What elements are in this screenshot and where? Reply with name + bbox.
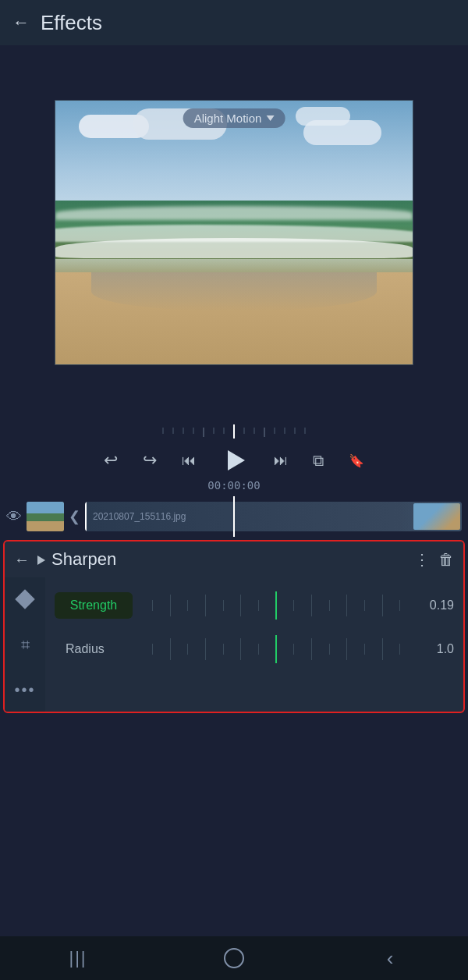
beach-scene xyxy=(55,101,413,364)
strength-slider-playhead xyxy=(275,591,277,620)
strength-label-button[interactable]: Strength xyxy=(55,592,133,619)
ruler-mark xyxy=(183,428,184,434)
preview-area: Alight Motion xyxy=(0,45,468,420)
video-preview: Alight Motion xyxy=(55,100,413,365)
radius-value: 1.0 xyxy=(417,642,454,656)
track-playhead xyxy=(85,502,87,531)
ruler-mark xyxy=(163,428,164,434)
radius-label: Radius xyxy=(55,636,133,662)
skip-end-icon: ⏭ xyxy=(274,453,288,469)
wave-3 xyxy=(55,238,413,258)
radius-slider-row: Radius xyxy=(45,627,463,671)
track-area-wrapper: 👁 ❮ 20210807_155116.jpg xyxy=(0,496,468,537)
transport-bar: ↩ ↪ ⏮ ⏭ ⧉ 🔖 00:00:00 xyxy=(0,420,468,496)
header: ← Effects xyxy=(0,0,468,45)
crop-button[interactable]: ⌗ xyxy=(11,630,39,659)
more-options-button[interactable]: ••• xyxy=(11,676,39,704)
track-scroll-left-button[interactable]: ❮ xyxy=(69,508,80,525)
track-clip-thumbnail xyxy=(399,502,462,531)
nav-back-icon: ‹ xyxy=(387,946,394,971)
effects-panel: ← Sharpen ⋮ 🗑 ⌗ ••• xyxy=(3,540,465,713)
panel-title-row: Sharpen xyxy=(37,549,406,570)
ruler-mark xyxy=(214,428,214,434)
nav-menu-button[interactable]: ||| xyxy=(55,943,101,974)
badge-dropdown-icon xyxy=(266,115,274,121)
ruler-mark xyxy=(264,428,265,437)
track-thumb-sea xyxy=(27,513,64,521)
strength-slider-track[interactable] xyxy=(144,591,409,620)
badge-text: Alight Motion xyxy=(194,112,262,125)
panel-collapse-icon[interactable] xyxy=(37,556,45,565)
more-dots-icon: ••• xyxy=(14,681,35,699)
nav-back-button[interactable]: ‹ xyxy=(367,943,413,974)
strength-value: 0.19 xyxy=(417,598,454,612)
strength-label: Strength xyxy=(70,598,117,612)
track-thumb-sky xyxy=(27,502,64,513)
redo-icon: ↪ xyxy=(143,450,157,470)
panel-back-icon: ← xyxy=(14,551,30,568)
ruler-mark xyxy=(305,428,306,434)
page-title: Effects xyxy=(41,11,102,35)
delete-icon: 🗑 xyxy=(438,551,454,568)
wave-1 xyxy=(55,206,413,220)
undo-icon: ↩ xyxy=(104,450,118,470)
effects-panel-body: ⌗ ••• Strength xyxy=(5,577,463,712)
ruler-mark xyxy=(275,428,275,434)
effects-panel-title: Sharpen xyxy=(51,549,116,570)
track-clip-label: 20210807_155116.jpg xyxy=(93,511,186,522)
track-clip-image xyxy=(413,503,460,530)
controls-row: ↩ ↪ ⏮ ⏭ ⧉ 🔖 xyxy=(0,440,468,478)
crop-icon: ⌗ xyxy=(21,636,30,654)
effects-panel-delete-button[interactable]: 🗑 xyxy=(438,551,454,569)
ruler-mark xyxy=(204,428,204,437)
ruler-mark xyxy=(285,428,285,434)
track-thumbnail xyxy=(27,502,64,531)
radius-slider-track[interactable] xyxy=(144,635,409,663)
sliders-area: Strength xyxy=(45,577,463,712)
cloud-4 xyxy=(296,107,350,126)
strength-slider-row: Strength xyxy=(45,584,463,627)
play-icon xyxy=(228,450,245,470)
undo-button[interactable]: ↩ xyxy=(104,450,118,470)
bookmark-icon: 🔖 xyxy=(349,453,364,468)
track-thumb-sand xyxy=(27,521,64,531)
menu-icon: ||| xyxy=(69,948,87,968)
nav-home-button[interactable] xyxy=(211,943,257,974)
ruler-mark xyxy=(244,428,245,434)
alight-motion-badge[interactable]: Alight Motion xyxy=(183,108,285,128)
radius-slider-playhead xyxy=(275,635,277,663)
effects-panel-more-button[interactable]: ⋮ xyxy=(414,550,431,569)
keyframe-button[interactable] xyxy=(11,585,39,613)
track-clip[interactable]: 20210807_155116.jpg xyxy=(85,502,462,531)
chevron-left-icon: ❮ xyxy=(69,509,80,524)
effects-sidebar: ⌗ ••• xyxy=(5,577,45,712)
diamond-icon xyxy=(15,589,34,609)
effects-panel-back-button[interactable]: ← xyxy=(14,551,30,569)
copy-button[interactable]: ⧉ xyxy=(313,452,324,470)
skip-end-button[interactable]: ⏭ xyxy=(274,453,288,469)
ruler-mark xyxy=(173,428,174,434)
more-icon: ⋮ xyxy=(414,551,431,568)
home-circle-icon xyxy=(224,948,244,968)
track-visibility-toggle[interactable]: 👁 xyxy=(6,508,22,526)
timecode-display: 00:00:00 xyxy=(207,479,260,492)
header-back-button[interactable]: ← xyxy=(12,12,30,33)
skip-start-button[interactable]: ⏮ xyxy=(182,453,196,469)
effects-panel-header: ← Sharpen ⋮ 🗑 xyxy=(5,541,463,577)
play-button[interactable] xyxy=(221,446,249,474)
timeline-playhead xyxy=(233,424,235,439)
skip-start-icon: ⏮ xyxy=(182,453,196,469)
ruler-mark xyxy=(224,428,225,434)
redo-button[interactable]: ↪ xyxy=(143,450,157,470)
ruler-mark xyxy=(193,428,194,434)
timecode-row: 00:00:00 xyxy=(0,478,468,496)
bottom-nav: ||| ‹ xyxy=(0,936,468,980)
timeline-ruler[interactable] xyxy=(0,424,468,439)
ruler-mark xyxy=(295,428,296,434)
track-area: 👁 ❮ 20210807_155116.jpg xyxy=(0,496,468,537)
ruler-mark xyxy=(254,428,255,434)
bookmark-button[interactable]: 🔖 xyxy=(349,453,364,468)
copy-icon: ⧉ xyxy=(313,452,324,470)
